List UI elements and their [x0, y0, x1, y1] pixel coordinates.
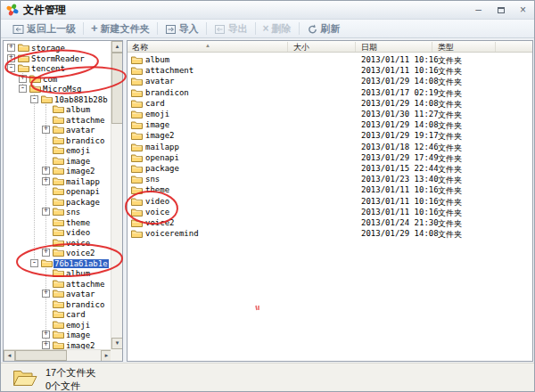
tree-node[interactable]: attachme	[4, 115, 111, 126]
tree-node[interactable]: theme	[4, 217, 111, 228]
file-list-row[interactable]: brandicon 2013/01/17 02:19 文件夹	[128, 87, 532, 98]
tree-node[interactable]: + avatar	[4, 289, 111, 299]
back-to-parent-button[interactable]: 返回上一级	[6, 20, 82, 37]
file-list-row[interactable]: voice2 2013/01/24 21:30 文件夹	[128, 217, 532, 228]
import-button[interactable]: 导入	[159, 20, 205, 37]
file-name: brandicon	[145, 88, 189, 97]
expand-toggle-icon[interactable]: +	[42, 331, 50, 339]
file-name: voiceremind	[145, 229, 199, 238]
scrollbar-corner	[111, 349, 122, 361]
expand-toggle-icon[interactable]: -	[19, 85, 27, 93]
scroll-left-icon[interactable]: ◄	[4, 350, 15, 362]
file-name: image	[145, 120, 169, 129]
expand-toggle-icon[interactable]: +	[42, 341, 50, 349]
column-separator[interactable]	[287, 42, 288, 52]
tree-node[interactable]: + sns	[4, 207, 111, 217]
tree-node[interactable]: emoji	[4, 145, 111, 156]
tree-node[interactable]: video	[4, 227, 111, 238]
tree-node[interactable]: voice	[4, 238, 111, 249]
expand-toggle-icon[interactable]: +	[42, 249, 50, 257]
export-button[interactable]: 导出	[208, 20, 254, 37]
tree-node[interactable]: + StormReader	[4, 53, 111, 64]
folder-icon	[53, 135, 64, 145]
tree-node[interactable]: - MicroMsg	[4, 84, 111, 94]
tree-node[interactable]: attachme	[4, 279, 111, 290]
column-separator[interactable]	[355, 42, 356, 52]
tree-vertical-scrollbar[interactable]: ▲ ▼	[111, 41, 122, 349]
scroll-down-icon[interactable]: ▼	[111, 338, 123, 349]
folder-icon	[131, 153, 143, 163]
file-list-row[interactable]: image2 2013/01/29 19:17 文件夹	[128, 130, 532, 141]
tree-node[interactable]: + image2	[4, 166, 111, 176]
tree-horizontal-scrollbar[interactable]: ◄ ►	[4, 349, 112, 361]
tree-node[interactable]: brandico	[4, 135, 111, 146]
file-list-row[interactable]: sns 2013/01/23 13:40 文件夹	[128, 174, 532, 184]
tree-node[interactable]: album	[4, 268, 111, 279]
column-separator[interactable]	[432, 42, 432, 52]
refresh-button[interactable]: 刷新	[300, 20, 347, 37]
expand-toggle-icon[interactable]: -	[7, 64, 15, 72]
file-list-row[interactable]: image 2013/01/29 14:08 文件夹	[128, 119, 532, 130]
tree-node[interactable]: + mailapp	[4, 176, 111, 187]
expand-toggle-icon[interactable]: -	[30, 259, 38, 267]
expand-toggle-icon[interactable]: +	[42, 177, 50, 185]
expand-toggle-icon[interactable]: -	[30, 95, 38, 103]
file-list-row[interactable]: package 2013/01/15 22:44 文件夹	[128, 163, 532, 174]
close-button[interactable]: ×	[515, 4, 531, 17]
tree-node-label: image2	[65, 167, 96, 176]
delete-button[interactable]: × 删除	[257, 20, 298, 37]
tree-node[interactable]: + image	[4, 330, 111, 340]
expand-toggle-icon[interactable]: +	[42, 167, 50, 175]
tree-node[interactable]: card	[4, 309, 111, 320]
folder-icon	[131, 229, 143, 239]
folder-icon	[131, 110, 143, 119]
expand-toggle-icon[interactable]: +	[42, 126, 50, 134]
tree-node[interactable]: - 10ab881b28b	[4, 94, 111, 105]
file-list-row[interactable]: card 2013/01/29 14:08 文件夹	[128, 98, 532, 109]
tree-node[interactable]: - 76b1a61ab1e	[4, 258, 111, 269]
file-date: 2013/01/30 11:27	[361, 110, 439, 118]
file-list-row[interactable]: album 2013/01/11 10:16 文件夹	[128, 54, 532, 65]
file-list-row[interactable]: emoji 2013/01/30 11:27 文件夹	[128, 109, 532, 119]
tree-node[interactable]: image	[4, 156, 111, 167]
file-list-row[interactable]: mailapp 2013/01/18 12:46 文件夹	[128, 142, 532, 152]
tree-node[interactable]: package	[4, 197, 111, 208]
scrollbar-thumb[interactable]	[111, 53, 123, 124]
file-list-row[interactable]: theme 2013/01/11 10:16 文件夹	[128, 184, 532, 195]
tree-node[interactable]: + image2	[4, 340, 111, 350]
scrollbar-thumb[interactable]	[15, 350, 67, 361]
tree-node[interactable]: + com	[4, 74, 111, 85]
maximize-button[interactable]	[493, 4, 508, 17]
file-list-row[interactable]: openapi 2013/01/29 17:49 文件夹	[128, 152, 532, 163]
tree-node-label: image	[65, 157, 91, 166]
file-list-row[interactable]: attachment 2013/01/11 10:16 文件夹	[128, 65, 532, 76]
tree-node[interactable]: openapi	[4, 186, 111, 197]
tree-node[interactable]: - tencent	[4, 63, 111, 74]
new-folder-button[interactable]: + 新建文件夹	[85, 20, 156, 37]
minimize-button[interactable]: –	[471, 4, 486, 17]
expand-toggle-icon[interactable]: +	[42, 208, 50, 216]
file-list-row[interactable]: voice 2013/01/11 10:16 文件夹	[128, 207, 532, 217]
tree-node[interactable]: emoji	[4, 320, 111, 331]
file-list-row[interactable]: voiceremind 2013/01/29 14:08 文件夹	[128, 228, 532, 239]
column-separator[interactable]	[495, 42, 496, 52]
tree-node-label: emoji	[65, 146, 91, 155]
tree-node[interactable]: + storage	[4, 43, 111, 53]
tree-node[interactable]: brandico	[4, 299, 111, 310]
expand-toggle-icon[interactable]: +	[42, 290, 50, 298]
folder-icon	[18, 63, 29, 73]
file-list-row[interactable]: avatar 2013/01/29 14:08 文件夹	[128, 76, 532, 86]
folder-icon	[131, 99, 143, 109]
expand-toggle-icon[interactable]: +	[7, 54, 15, 62]
tree-node[interactable]: + avatar	[4, 125, 111, 135]
expand-toggle-icon[interactable]: +	[19, 75, 27, 83]
file-list-row[interactable]: video 2013/01/11 10:16 文件夹	[128, 196, 532, 207]
folder-icon	[53, 125, 64, 135]
scroll-up-icon[interactable]: ▲	[111, 41, 123, 53]
folder-icon	[131, 164, 143, 174]
file-name: video	[145, 197, 169, 206]
tree-node-label: video	[65, 228, 91, 237]
tree-node[interactable]: album	[4, 104, 111, 115]
tree-node[interactable]: + voice2	[4, 248, 111, 258]
expand-toggle-icon[interactable]: +	[7, 44, 15, 52]
